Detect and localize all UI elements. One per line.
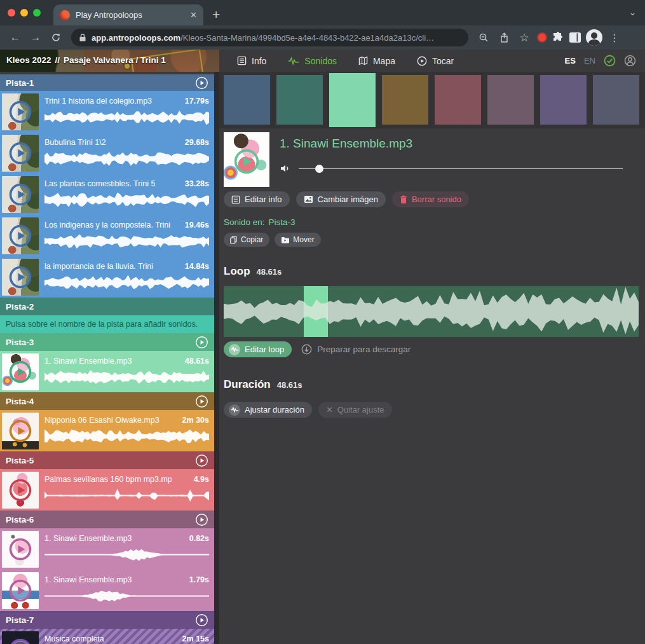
breadcrumb[interactable]: Kleos 2022//Pasaje Valvanera / Trini 1 — [0, 50, 219, 72]
reload-button[interactable] — [47, 29, 65, 46]
move-button[interactable]: Mover — [275, 233, 320, 247]
track-color-swatch[interactable] — [540, 75, 587, 125]
track-play-button[interactable] — [195, 76, 208, 90]
sound-thumbnail[interactable] — [2, 631, 39, 644]
play-overlay-icon[interactable] — [234, 149, 259, 174]
track-color-swatch[interactable] — [593, 75, 639, 125]
remove-adjust-button[interactable]: ✕ Quitar ajuste — [318, 402, 392, 418]
sound-item[interactable]: Bubulina Trini 1\229.68s — [0, 132, 214, 174]
browser-tab[interactable]: Play Antropoloops ✕ — [53, 4, 203, 25]
edit-info-button[interactable]: Editar info — [224, 191, 290, 207]
sidebar-scrollbar[interactable] — [214, 72, 219, 644]
track-color-swatch[interactable] — [487, 75, 534, 125]
profile-avatar[interactable] — [586, 29, 602, 46]
play-overlay-icon[interactable] — [9, 266, 32, 289]
track-header-pista-2[interactable]: Pista-2 — [0, 298, 214, 315]
sound-item[interactable]: la importancia de la lluvia. Trini14.84s — [0, 256, 214, 298]
sound-item[interactable]: 1. Sinawi Ensemble.mp30.82s — [0, 528, 214, 570]
sound-item[interactable]: Las plantas comestibles. Trini 533.28s — [0, 174, 214, 215]
play-overlay-icon[interactable] — [9, 100, 32, 123]
play-overlay-icon[interactable] — [9, 420, 32, 442]
tab-info[interactable]: Info — [237, 56, 266, 66]
track-color-swatch[interactable] — [276, 75, 323, 125]
recording-extension-icon[interactable] — [537, 32, 547, 43]
track-header-pista-4[interactable]: Pista-4 — [0, 392, 214, 410]
sound-item[interactable]: Nipponia 06 Esashi Oiwake.mp32m 30s — [0, 410, 214, 451]
sidepanel-icon[interactable] — [569, 32, 581, 43]
sound-thumbnail[interactable] — [2, 93, 39, 130]
play-overlay-icon[interactable] — [9, 183, 32, 206]
sound-thumbnail[interactable] — [224, 132, 269, 187]
sound-thumbnail[interactable] — [2, 572, 39, 609]
sound-item[interactable]: Musica completa2m 15s — [0, 629, 214, 644]
track-play-button[interactable] — [195, 513, 208, 526]
play-overlay-icon[interactable] — [9, 224, 32, 247]
sound-item[interactable]: Palmas sevillanas 160 bpm mp3.mp34.9s — [0, 469, 214, 510]
track-header-pista-6[interactable]: Pista-6 — [0, 510, 214, 528]
adjust-duration-button[interactable]: Ajustar duración — [224, 402, 312, 418]
sound-thumbnail[interactable] — [2, 413, 39, 449]
back-button[interactable]: ← — [6, 29, 24, 46]
sound-thumbnail[interactable] — [2, 472, 39, 509]
lang-es-button[interactable]: ES — [565, 56, 576, 65]
play-overlay-icon[interactable] — [9, 538, 32, 561]
saved-check-icon — [604, 55, 616, 67]
tab-sonidos[interactable]: Sonidos — [288, 56, 337, 66]
tab-tocar[interactable]: Tocar — [417, 56, 454, 66]
address-bar[interactable]: app.antropoloops.com/Kleos-Santa-Marina/… — [71, 29, 468, 46]
sound-item[interactable]: 1. Sinawi Ensemble.mp31.79s — [0, 570, 214, 611]
sound-name: Los indigenas y la compostela. Trini — [44, 221, 170, 230]
tab-search-chevron-icon[interactable]: ⌄ — [629, 8, 636, 17]
account-icon[interactable] — [624, 55, 636, 67]
bookmark-button[interactable]: ☆ — [515, 29, 533, 46]
play-overlay-icon[interactable] — [9, 638, 32, 644]
track-link[interactable]: Pista-3 — [269, 217, 295, 227]
track-color-swatch[interactable] — [435, 75, 481, 125]
forward-button[interactable]: → — [27, 29, 44, 46]
tab-close-icon[interactable]: ✕ — [190, 10, 197, 20]
track-play-button[interactable] — [195, 336, 208, 349]
copy-button[interactable]: Copiar — [224, 233, 269, 247]
track-header-pista-5[interactable]: Pista-5 — [0, 451, 214, 469]
track-play-button[interactable] — [195, 613, 208, 627]
track-color-swatch-selected[interactable] — [329, 73, 376, 127]
sound-thumbnail[interactable] — [2, 135, 39, 172]
track-header-pista-3[interactable]: Pista-3 — [0, 333, 214, 351]
play-overlay-icon[interactable] — [9, 142, 32, 165]
track-play-button[interactable] — [195, 395, 208, 408]
track-play-button[interactable] — [195, 454, 208, 467]
browser-menu-button[interactable]: ⋮ — [607, 32, 622, 44]
close-window-button[interactable] — [8, 9, 15, 17]
sound-thumbnail[interactable] — [2, 176, 39, 213]
new-tab-button[interactable]: + — [212, 6, 220, 23]
sound-thumbnail[interactable] — [2, 217, 39, 254]
lang-en-button[interactable]: EN — [584, 56, 595, 65]
change-image-button[interactable]: Cambiar imágen — [296, 191, 386, 207]
sound-thumbnail[interactable] — [2, 259, 39, 296]
loop-waveform[interactable] — [224, 286, 639, 337]
play-overlay-icon[interactable] — [9, 579, 32, 602]
volume-slider[interactable] — [299, 165, 623, 173]
volume-slider-knob[interactable] — [315, 165, 323, 173]
play-overlay-icon[interactable] — [9, 360, 32, 383]
maximize-window-button[interactable] — [33, 9, 41, 17]
sound-item[interactable]: Los indigenas y la compostela. Trini19.4… — [0, 215, 214, 256]
edit-loop-button[interactable]: Editar loop — [224, 341, 292, 357]
track-name: Pista-2 — [6, 302, 34, 312]
sound-item[interactable]: 1. Sinawi Ensemble.mp348.61s — [0, 351, 214, 392]
track-color-swatch[interactable] — [382, 75, 428, 125]
prepare-download-button[interactable]: Preparar para descargar — [301, 344, 411, 355]
sound-item[interactable]: Trini 1 historia del colegio.mp317.79s — [0, 91, 214, 132]
zoom-out-button[interactable] — [475, 29, 492, 46]
extensions-puzzle-icon[interactable] — [552, 31, 564, 44]
sound-thumbnail[interactable] — [2, 353, 39, 390]
track-color-swatch[interactable] — [224, 75, 270, 125]
tab-mapa[interactable]: Mapa — [358, 56, 395, 66]
share-button[interactable] — [495, 29, 513, 46]
track-header-pista-1[interactable]: Pista-1 — [0, 74, 214, 91]
track-header-pista-7[interactable]: Pista-7 — [0, 611, 214, 629]
minimize-window-button[interactable] — [20, 9, 28, 17]
sound-thumbnail[interactable] — [2, 531, 39, 568]
play-overlay-icon[interactable] — [9, 479, 32, 502]
delete-sound-button[interactable]: Borrar sonido — [392, 191, 469, 207]
